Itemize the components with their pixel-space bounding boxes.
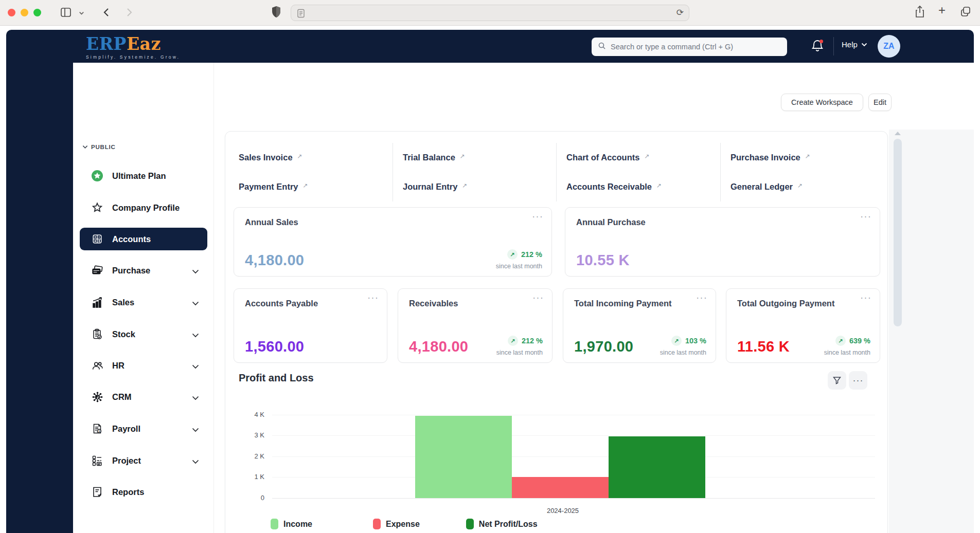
legend-swatch (373, 519, 381, 529)
arrow-up-right-icon: ↗ (656, 182, 662, 189)
back-button[interactable] (101, 6, 112, 21)
card-trend: ↗639 % since last month (824, 336, 870, 356)
shortcut-purchase-invoice[interactable]: Purchase Invoice↗ (720, 143, 878, 172)
scrollbar-thumb[interactable] (894, 139, 902, 326)
trend-percent: 212 % (521, 250, 542, 259)
shortcut-journal-entry[interactable]: Journal Entry↗ (393, 172, 556, 201)
number-card-total-incoming-payment: Total Incoming Payment ··· 1,970.00 ↗103… (563, 288, 716, 363)
shortcut-sales-invoice[interactable]: Sales Invoice↗ (238, 143, 393, 172)
forward-button[interactable] (123, 6, 135, 21)
arrow-up-right-icon: ↗ (462, 182, 467, 189)
workspace-content: Sales Invoice↗ Trial Balance↗ Chart of A… (225, 131, 888, 533)
search-input[interactable] (611, 43, 781, 51)
privacy-shield-icon[interactable] (271, 5, 281, 21)
minimize-window-button[interactable] (21, 9, 28, 16)
logo-tagline: Simplify. Systemize. Grow. (86, 54, 180, 60)
sidebar-item-hr[interactable]: HR (80, 354, 207, 377)
number-card-annual-purchase: Annual Purchase ··· 10.55 K (565, 207, 880, 277)
legend-swatch (271, 519, 278, 529)
sidebar-item-label: CRM (112, 392, 132, 402)
cards-icon (91, 264, 104, 277)
card-value: 4,180.00 (409, 338, 468, 355)
sidebar-item-company-profile[interactable]: Company Profile (80, 196, 207, 219)
legend-swatch (466, 519, 474, 529)
ellipsis-icon: ··· (853, 375, 864, 386)
sidebar-item-label: Project (112, 456, 141, 466)
sidebar-chevron-icon[interactable] (78, 9, 85, 19)
sidebar-item-purchase[interactable]: Purchase (80, 259, 207, 282)
create-workspace-button[interactable]: Create Workspace (781, 94, 863, 111)
sidebar-item-stock[interactable]: Stock (80, 323, 207, 345)
tab-overview-icon[interactable] (960, 6, 971, 20)
edit-button[interactable]: Edit (868, 94, 892, 111)
sidebar-item-label: HR (112, 361, 124, 371)
arrow-up-right-icon: ↗ (797, 182, 803, 189)
close-window-button[interactable] (8, 9, 15, 16)
star-outline-icon (91, 201, 104, 214)
help-menu[interactable]: Help (842, 40, 867, 49)
x-axis-label: 2024-2025 (527, 507, 599, 514)
trend-note: since last month (496, 349, 543, 356)
number-card-accounts-payable: Accounts Payable ··· 1,560.00 (234, 288, 387, 363)
url-bar[interactable]: ⟳ (291, 5, 689, 21)
sidebar-item-project[interactable]: Project (80, 449, 207, 472)
sidebar-item-sales[interactable]: Sales (80, 291, 207, 314)
sidebar-item-payroll[interactable]: $ Payroll (80, 417, 207, 440)
sidebar-toggle-icon[interactable] (60, 6, 72, 21)
kanban-icon (91, 454, 104, 467)
shortcuts-grid: Sales Invoice↗ Trial Balance↗ Chart of A… (238, 143, 878, 201)
chart-legend: Income Expense Net Profit/Loss (239, 519, 538, 529)
screenshot-root: ⟳ + ERPEaz Simplify. Systemize. Grow. He… (0, 0, 980, 533)
sidebar-item-crm[interactable]: CRM (80, 385, 207, 408)
chevron-down-icon (192, 330, 199, 340)
logo-eaz-text: Eaz (127, 34, 161, 54)
zoom-window-button[interactable] (33, 9, 41, 16)
shortcut-chart-of-accounts[interactable]: Chart of Accounts↗ (556, 143, 720, 172)
card-value: 1,560.00 (245, 338, 304, 355)
app-header: ERPEaz Simplify. Systemize. Grow. Help Z… (6, 30, 974, 63)
global-search[interactable] (592, 38, 787, 56)
shortcut-trial-balance[interactable]: Trial Balance↗ (393, 143, 556, 172)
trend-percent: 212 % (522, 337, 543, 345)
trend-note: since last month (824, 349, 870, 356)
sidebar-item-ultimate-plan[interactable]: Ultimate Plan (80, 164, 207, 187)
filter-button[interactable] (828, 371, 846, 390)
sidebar-item-label: Accounts (112, 234, 151, 244)
share-icon[interactable] (915, 5, 925, 21)
shortcut-general-ledger[interactable]: General Ledger↗ (720, 172, 878, 201)
sidebar-item-label: Company Profile (112, 203, 180, 213)
chevron-down-icon (861, 43, 867, 47)
arrow-up-right-icon: ↗ (644, 153, 649, 160)
new-tab-icon[interactable]: + (938, 3, 946, 17)
card-title: Annual Purchase (576, 217, 646, 227)
ellipsis-icon[interactable]: ··· (860, 292, 871, 303)
sidebar-item-reports[interactable]: Reports (80, 481, 207, 503)
notifications-bell-icon[interactable] (810, 38, 826, 54)
ellipsis-icon[interactable]: ··· (696, 292, 707, 303)
sidebar-section-public[interactable]: PUBLIC (82, 144, 116, 150)
calculator-icon (91, 232, 104, 246)
bar-expense (512, 477, 609, 498)
logo-erp-text: ERP (86, 34, 127, 54)
ellipsis-icon[interactable]: ··· (532, 292, 544, 303)
y-tick: 0 (239, 494, 264, 502)
ellipsis-icon[interactable]: ··· (367, 292, 379, 303)
sidebar: PUBLIC Ultimate Plan Company Profile Acc… (73, 63, 214, 533)
sidebar-item-accounts[interactable]: Accounts (80, 228, 207, 250)
chart-menu-button[interactable]: ··· (849, 371, 867, 390)
ellipsis-icon[interactable]: ··· (532, 211, 543, 222)
shortcut-accounts-receivable[interactable]: Accounts Receivable↗ (556, 172, 720, 201)
reload-icon[interactable]: ⟳ (676, 7, 684, 18)
scrollbar-up-arrow[interactable] (895, 132, 901, 135)
ellipsis-icon[interactable]: ··· (860, 211, 871, 222)
left-nav-rail (6, 62, 73, 533)
card-trend: ↗103 % since last month (660, 336, 706, 356)
reader-page-icon[interactable] (297, 9, 305, 20)
y-tick: 2 K (239, 452, 264, 460)
sidebar-item-label: Stock (112, 329, 135, 339)
arrow-up-right-icon: ↗ (805, 153, 810, 160)
card-value: 11.56 K (737, 338, 790, 355)
card-title: Receivables (409, 299, 458, 308)
user-avatar[interactable]: ZA (878, 35, 900, 58)
shortcut-payment-entry[interactable]: Payment Entry↗ (238, 172, 393, 201)
